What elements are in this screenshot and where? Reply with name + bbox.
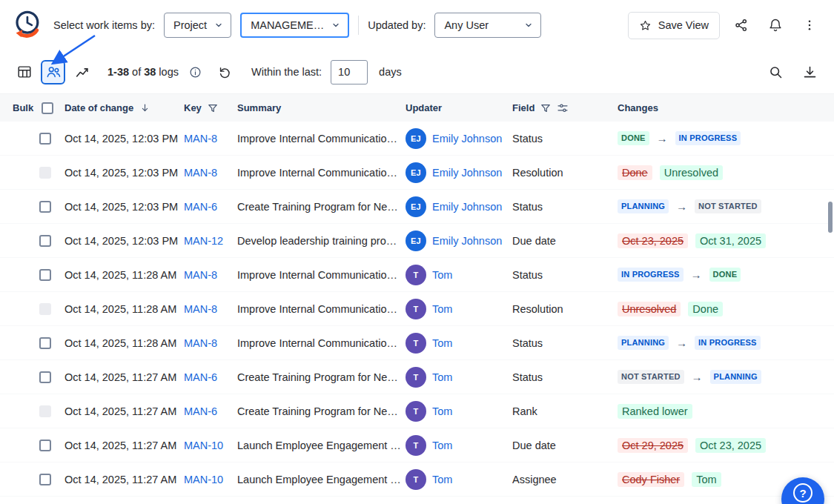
row-date: Oct 14, 2025, 11:27 AM	[64, 440, 184, 451]
row-updater-link[interactable]: Emily Johnson	[432, 133, 502, 145]
people-view-button[interactable]	[41, 60, 65, 84]
row-key-link[interactable]: MAN-6	[184, 405, 217, 417]
row-updater-link[interactable]: Emily Johnson	[432, 201, 502, 213]
row-checkbox[interactable]	[39, 474, 51, 485]
row-changes: PLANNING→NOT STARTED	[618, 199, 834, 213]
table-row: Oct 14, 2025, 11:28 AM MAN-8 Improve Int…	[0, 292, 834, 326]
change-old-value: Cody Fisher	[618, 472, 684, 487]
field-filter-icon[interactable]	[540, 103, 551, 113]
bell-icon	[768, 18, 783, 33]
chart-view-button[interactable]	[70, 60, 94, 84]
row-updater-link[interactable]: Emily Johnson	[432, 167, 502, 179]
row-key-link[interactable]: MAN-8	[184, 167, 217, 179]
row-key-link[interactable]: MAN-10	[184, 440, 223, 451]
view-toolbar: 1-38 of 38 logs Within the last: days	[0, 50, 834, 93]
row-checkbox[interactable]	[39, 235, 51, 247]
chevron-down-icon	[331, 21, 340, 30]
row-key-link[interactable]: MAN-8	[184, 337, 217, 349]
change-to-lozenge: NOT STARTED	[695, 199, 761, 213]
project-scope-dropdown[interactable]: MANAGEME…	[240, 13, 349, 38]
row-field: Due date	[512, 440, 618, 451]
scrollbar-thumb[interactable]	[828, 202, 833, 233]
row-summary: Improve Internal Communicatio…	[237, 303, 406, 315]
row-key-link[interactable]: MAN-6	[184, 371, 217, 383]
row-checkbox[interactable]	[39, 405, 51, 417]
row-checkbox[interactable]	[39, 303, 51, 315]
log-count-total: 38	[144, 66, 156, 78]
avatar: T	[406, 299, 426, 319]
row-field: Status	[512, 371, 618, 383]
project-scope-dropdown-value: MANAGEME…	[251, 19, 324, 31]
refresh-button[interactable]	[216, 62, 235, 82]
row-key-link[interactable]: MAN-8	[184, 303, 217, 315]
row-date: Oct 14, 2025, 12:03 PM	[64, 201, 184, 213]
info-button[interactable]	[186, 62, 205, 82]
toolbar-right-group	[763, 59, 822, 84]
change-old-value: Oct 23, 2025	[618, 233, 688, 248]
row-checkbox[interactable]	[39, 440, 51, 451]
row-changes: DoneUnresolved	[618, 165, 834, 180]
star-icon	[639, 19, 652, 32]
row-changes: UnresolvedDone	[618, 302, 834, 316]
change-new-value: Unresolved	[660, 165, 723, 180]
row-checkbox[interactable]	[39, 269, 51, 281]
row-key-link[interactable]: MAN-8	[184, 269, 217, 281]
header-summary-label: Summary	[237, 102, 281, 113]
table-view-button[interactable]	[12, 60, 36, 84]
notifications-button[interactable]	[763, 13, 788, 38]
row-summary: Launch Employee Engagement …	[237, 474, 406, 485]
row-key-link[interactable]: MAN-6	[184, 201, 217, 213]
row-summary: Create Training Program for Ne…	[237, 201, 406, 213]
download-button[interactable]	[797, 59, 822, 84]
change-to-lozenge: IN PROGRESS	[695, 336, 761, 349]
row-changes: PLANNING→IN PROGRESS	[618, 336, 834, 349]
table-row: Oct 14, 2025, 12:03 PM MAN-12 Develop le…	[0, 224, 834, 258]
header-key-label: Key	[184, 102, 202, 113]
row-key-link[interactable]: MAN-8	[184, 133, 217, 145]
search-button[interactable]	[763, 59, 788, 84]
field-filter-config-icon[interactable]	[557, 102, 569, 114]
row-updater-link[interactable]: Tom	[432, 337, 452, 349]
change-from-lozenge: NOT STARTED	[618, 370, 684, 383]
row-key-link[interactable]: MAN-10	[184, 474, 223, 485]
row-checkbox[interactable]	[39, 337, 51, 349]
table-row: Oct 14, 2025, 12:03 PM MAN-8 Improve Int…	[0, 122, 834, 156]
table-row: Oct 14, 2025, 11:28 AM MAN-8 Improve Int…	[0, 258, 834, 292]
row-checkbox[interactable]	[39, 133, 51, 145]
row-summary: Improve Internal Communicatio…	[237, 269, 406, 281]
row-checkbox[interactable]	[39, 371, 51, 383]
row-summary: Launch Employee Engagement …	[237, 440, 406, 451]
row-changes: Ranked lower	[618, 404, 834, 419]
more-options-button[interactable]	[797, 13, 822, 38]
key-filter-icon[interactable]	[208, 103, 218, 113]
share-icon	[734, 18, 749, 33]
row-summary: Develop leadership training pro…	[237, 235, 406, 247]
avatar: T	[406, 367, 426, 388]
trend-chart-icon	[74, 64, 90, 80]
row-checkbox[interactable]	[39, 201, 51, 213]
row-updater-link[interactable]: Emily Johnson	[432, 235, 502, 247]
save-view-label: Save View	[658, 19, 709, 31]
download-icon	[802, 64, 818, 80]
row-updater-link[interactable]: Tom	[432, 405, 452, 417]
row-field: Status	[512, 337, 618, 349]
chevron-down-icon	[524, 21, 533, 30]
row-updater-link[interactable]: Tom	[432, 371, 452, 383]
row-checkbox[interactable]	[39, 167, 51, 179]
days-input[interactable]	[331, 60, 368, 84]
project-type-dropdown[interactable]: Project	[164, 13, 231, 38]
select-all-checkbox[interactable]	[42, 102, 53, 114]
updated-by-dropdown-value: Any User	[444, 19, 489, 31]
row-key-link[interactable]: MAN-12	[184, 235, 223, 247]
updated-by-dropdown[interactable]: Any User	[434, 13, 541, 38]
row-updater-link[interactable]: Tom	[432, 269, 452, 281]
arrow-right-icon: →	[676, 200, 687, 213]
row-updater-link[interactable]: Tom	[432, 440, 452, 451]
row-updater-link[interactable]: Tom	[432, 474, 452, 485]
save-view-button[interactable]: Save View	[628, 12, 720, 39]
row-updater-link[interactable]: Tom	[432, 303, 452, 315]
sort-descending-icon[interactable]	[139, 102, 150, 113]
divider	[358, 16, 359, 35]
share-button[interactable]	[729, 13, 754, 38]
row-date: Oct 14, 2025, 12:03 PM	[64, 167, 184, 179]
